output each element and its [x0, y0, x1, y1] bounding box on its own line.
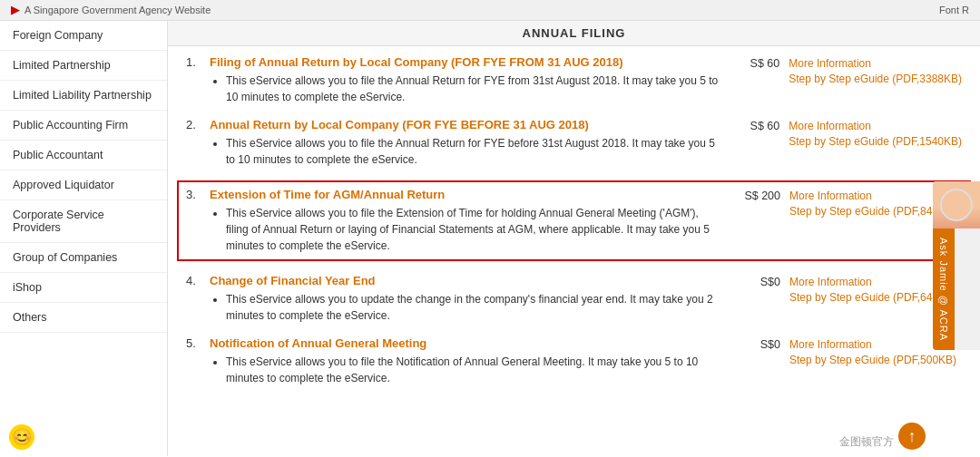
service-desc-5: This eService allows you to file the Not… — [210, 354, 721, 386]
service-body-5: Notification of Annual General Meeting T… — [210, 336, 721, 386]
content-area: ANNUAL FILING 1. Filing of Annual Return… — [168, 21, 980, 456]
service-links-1: More Information Step by Step eGuide (PD… — [789, 55, 962, 105]
service-desc-2: This eService allows you to file the Ann… — [210, 135, 720, 168]
service-body-2: Annual Return by Local Company (FOR FYE … — [210, 118, 720, 168]
sidebar-item-ishop[interactable]: iShop — [0, 273, 167, 303]
sidebar-item-group-of-companies[interactable]: Group of Companies — [0, 243, 167, 273]
service-title-2[interactable]: Annual Return by Local Company (FOR FYE … — [210, 118, 589, 131]
main-layout: Foreign Company Limited Partnership Limi… — [0, 21, 980, 456]
service-body-3: Extension of Time for AGM/Annual Return … — [210, 188, 721, 254]
scroll-top-icon: ↑ — [908, 427, 916, 446]
service-body-4: Change of Financial Year End This eServi… — [210, 274, 721, 324]
service-desc-4: This eService allows you to update the c… — [210, 291, 721, 324]
sidebar-item-public-accountant[interactable]: Public Accountant — [0, 141, 167, 170]
service-fee-2: S$ 60 — [730, 118, 779, 168]
gov-label: A Singapore Government Agency Website — [24, 5, 211, 15]
service-list: 1. Filing of Annual Return by Local Comp… — [168, 46, 980, 408]
more-info-link-1[interactable]: More Information — [789, 57, 962, 70]
page-title: ANNUAL FILING — [523, 26, 626, 40]
step-guide-link-2[interactable]: Step by Step eGuide (PDF,1540KB) — [789, 135, 962, 148]
more-info-link-2[interactable]: More Information — [789, 120, 962, 132]
step-guide-link-1[interactable]: Step by Step eGuide (PDF,3388KB) — [789, 73, 962, 85]
sidebar-item-approved-liquidator[interactable]: Approved Liquidator — [0, 170, 167, 200]
sidebar-item-corporate-service-providers[interactable]: Corporate Service Providers — [0, 200, 167, 243]
service-title-3[interactable]: Extension of Time for AGM/Annual Return — [210, 188, 445, 201]
service-links-2: More Information Step by Step eGuide (PD… — [789, 118, 962, 168]
service-item-2: 2. Annual Return by Local Company (FOR F… — [186, 118, 962, 168]
service-item-1: 1. Filing of Annual Return by Local Comp… — [186, 55, 962, 105]
ask-jamie-panel[interactable]: Ask Jamie @ ACRA — [933, 181, 980, 350]
service-item-5: 5. Notification of Annual General Meetin… — [186, 336, 962, 386]
service-number-3: 3. — [186, 188, 201, 254]
service-number-4: 4. — [186, 274, 201, 324]
service-title-4[interactable]: Change of Financial Year End — [210, 274, 376, 287]
service-number-1: 1. — [186, 55, 201, 105]
step-guide-link-5[interactable]: Step by Step eGuide (PDF,500KB) — [789, 354, 962, 366]
service-desc-1: This eService allows you to file the Ann… — [210, 73, 720, 105]
sidebar: Foreign Company Limited Partnership Limi… — [0, 21, 168, 456]
content-header: ANNUAL FILING — [168, 21, 980, 46]
top-bar: ▶ A Singapore Government Agency Website … — [0, 0, 980, 21]
service-fee-4: S$0 — [730, 274, 780, 324]
service-fee-5: S$0 — [730, 336, 780, 386]
smile-icon[interactable]: 😊 — [9, 424, 34, 450]
sidebar-item-llp[interactable]: Limited Liability Partnership — [0, 81, 167, 111]
watermark: 金图顿官方 — [839, 434, 894, 450]
service-desc-3: This eService allows you to file the Ext… — [210, 205, 721, 254]
scroll-top-button[interactable]: ↑ — [898, 423, 926, 450]
service-item-4: 4. Change of Financial Year End This eSe… — [186, 274, 962, 324]
service-number-2: 2. — [186, 118, 201, 168]
sidebar-item-others[interactable]: Others — [0, 303, 167, 333]
service-item-3: 3. Extension of Time for AGM/Annual Retu… — [177, 180, 971, 261]
service-title-1[interactable]: Filing of Annual Return by Local Company… — [210, 55, 623, 69]
sidebar-item-public-accounting-firm[interactable]: Public Accounting Firm — [0, 111, 167, 141]
service-fee-3: S$ 200 — [730, 188, 780, 254]
sidebar-item-foreign-company[interactable]: Foreign Company — [0, 21, 167, 51]
sidebar-item-limited-partnership[interactable]: Limited Partnership — [0, 51, 167, 81]
ask-jamie-label[interactable]: Ask Jamie @ ACRA — [933, 228, 955, 350]
service-fee-1: S$ 60 — [730, 55, 779, 105]
font-label[interactable]: Font R — [939, 5, 969, 15]
service-title-5[interactable]: Notification of Annual General Meeting — [210, 336, 426, 350]
gov-flag-icon: ▶ — [11, 4, 19, 16]
service-number-5: 5. — [186, 336, 201, 386]
service-body-1: Filing of Annual Return by Local Company… — [210, 55, 720, 105]
